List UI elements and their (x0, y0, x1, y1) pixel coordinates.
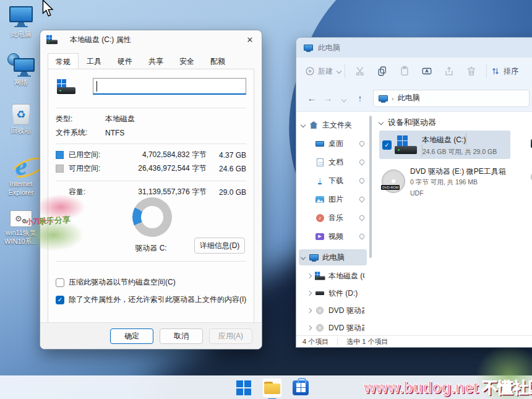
up-button[interactable]: ↑ (352, 93, 368, 103)
general-tab-page: 类型:本地磁盘 文件系统:NTFS 已用空间: 4,702,584,832 字节… (48, 69, 254, 350)
microsoft-store-icon (293, 380, 309, 395)
chevron-down-icon (379, 120, 384, 125)
sidebar-item-home[interactable]: 主文件夹 (299, 117, 367, 133)
index-checkbox-row[interactable]: ✓ 除了文件属性外，还允许索引此驱动器上文件的内容(I) (56, 294, 246, 305)
share-icon (444, 66, 455, 77)
toolbar-separator (345, 64, 345, 78)
desktop-icon-internet-explorer[interactable]: e Internet Explorer (1, 153, 41, 197)
index-checkbox[interactable]: ✓ (56, 296, 64, 304)
new-button[interactable]: 新建 (305, 66, 341, 77)
breadcrumb[interactable]: 此电脑 (398, 93, 420, 103)
sidebar-item-videos[interactable]: ▶ 视频 (299, 228, 367, 244)
capacity-size: 29.0 GB (207, 188, 246, 197)
delete-button[interactable] (460, 66, 483, 77)
gears-tool-icon: ⚙⚙ (10, 210, 32, 227)
taskbar (0, 375, 532, 399)
rename-button[interactable] (416, 66, 438, 77)
sidebar-scrollbar[interactable] (369, 116, 372, 258)
capacity-bytes: 31,139,557,376 字节 (113, 187, 207, 197)
sidebar-item-label: 桌面 (328, 139, 356, 149)
sidebar-item-downloads[interactable]: ↓ 下载 (299, 173, 367, 189)
desktop-icon-label: Internet Explorer (1, 180, 41, 197)
explorer-status-bar: 4 个项目 选中 1 个项目 (296, 335, 532, 347)
pin-icon (358, 158, 365, 165)
sidebar-item-this-pc[interactable]: 此电脑 (299, 249, 367, 265)
pin-icon (358, 214, 365, 221)
ok-button[interactable]: 确定 (110, 328, 153, 344)
explorer-tab-title: 此电脑 (318, 43, 340, 53)
trash-icon (466, 66, 477, 77)
dialog-titlebar[interactable]: 本地磁盘 (C:) 属性 ✕ (40, 30, 262, 49)
group-header-devices-and-drives[interactable]: 设备和驱动器 (379, 117, 436, 128)
cancel-button[interactable]: 取消 (160, 328, 203, 344)
desktop-icon-win10-tool[interactable]: ⚙⚙ win11恢复WIN10系... (1, 210, 41, 246)
mouse-cursor (42, 0, 54, 17)
share-button[interactable] (438, 66, 460, 77)
videos-icon: ▶ (315, 232, 325, 241)
sidebar-item-drive-c[interactable]: 本地磁盘 (C:) (299, 268, 367, 284)
desktop-icon-network[interactable]: 网络 (1, 53, 41, 87)
desktop-icon-recycle-bin[interactable]: ♻ 回收站 (1, 104, 41, 135)
sidebar-item-label: DVD 驱动器 (F (328, 323, 364, 333)
back-button[interactable]: ← (304, 93, 320, 103)
documents-icon (315, 158, 325, 166)
sidebar-item-music[interactable]: ♪ 音乐 (299, 210, 367, 226)
chevron-right-icon (307, 273, 312, 278)
address-bar[interactable]: › 此电脑 (373, 90, 530, 107)
cut-icon (354, 66, 366, 77)
desktop-folder-icon (315, 139, 325, 148)
recent-locations-button[interactable] (336, 93, 352, 103)
sidebar-item-documents[interactable]: 文档 (299, 154, 367, 170)
sidebar-item-label: 下载 (328, 176, 356, 186)
text-caret (97, 81, 97, 92)
drive-name: 本地磁盘 (C:) (422, 135, 466, 144)
desktop-icon-this-pc[interactable]: 此电脑 (1, 6, 41, 39)
plus-circle-icon (305, 66, 315, 76)
desktop-icon-label: 网络 (14, 79, 28, 87)
sidebar-item-desktop[interactable]: 桌面 (299, 135, 367, 152)
explorer-navigation-bar: ← → ↑ › 此电脑 (296, 85, 532, 112)
copy-button[interactable] (371, 66, 393, 77)
paste-button[interactable] (393, 66, 416, 77)
downloads-icon: ↓ (315, 176, 325, 185)
drive-info: 0 字节 可用, 共 196 MB (410, 178, 506, 187)
sidebar-item-pictures[interactable]: 图片 (299, 191, 367, 207)
apply-button[interactable]: 应用(A) (209, 328, 252, 344)
item-checkbox[interactable]: ✓ (382, 140, 392, 150)
chevron-right-icon (307, 291, 312, 296)
details-button[interactable]: 详细信息(D) (194, 238, 245, 254)
rename-icon (421, 66, 432, 77)
used-space-bytes: 4,702,584,832 字节 (113, 150, 207, 160)
cut-button[interactable] (349, 66, 371, 77)
taskbar-file-explorer[interactable] (262, 378, 282, 398)
taskbar-microsoft-store[interactable] (291, 378, 311, 398)
volume-label-input[interactable] (93, 78, 246, 95)
free-space-swatch (56, 165, 64, 173)
chevron-down-icon (301, 255, 306, 260)
sidebar-item-drive-d[interactable]: 软件 (D:) (299, 285, 367, 301)
used-space-swatch (56, 151, 64, 159)
forward-button[interactable]: → (320, 93, 336, 103)
this-pc-icon (9, 6, 33, 28)
pin-icon (358, 233, 365, 239)
recycle-bin-icon: ♻ (12, 104, 30, 125)
compress-checkbox[interactable] (56, 278, 64, 287)
sort-arrows-icon (491, 66, 500, 76)
explorer-body: 主文件夹 桌面 文档 ↓ 下载 (296, 112, 532, 335)
sidebar-item-dvd-e[interactable]: DVD 驱动器 (E (299, 302, 367, 319)
pin-icon (358, 195, 365, 202)
drive-item-dvd-e[interactable]: DVD-ROM DVD 驱动器 (E:) 微PE工具箱 0 字节 可用, 共 1… (379, 164, 510, 199)
sidebar-item-label: DVD 驱动器 (E (328, 306, 364, 316)
drive-icon (57, 79, 75, 94)
status-divider (337, 338, 338, 345)
sort-button[interactable]: 排序 (491, 66, 518, 77)
close-icon[interactable]: ✕ (242, 32, 258, 47)
dialog-title: 本地磁盘 (C:) 属性 (70, 35, 131, 45)
compress-checkbox-row[interactable]: 压缩此驱动器以节约磁盘空间(C) (56, 277, 176, 288)
pictures-icon (315, 195, 325, 204)
explorer-titlebar[interactable]: 此电脑 (296, 38, 532, 58)
drive-info: 24.6 GB 可用, 共 29.0 GB (423, 148, 497, 155)
selected-count: 选中 1 个项目 (346, 337, 388, 346)
drive-item-c[interactable]: ✓ 本地磁盘 (C:) 24.6 GB 可用, 共 29.0 GB (379, 131, 510, 159)
start-button[interactable] (234, 378, 254, 398)
